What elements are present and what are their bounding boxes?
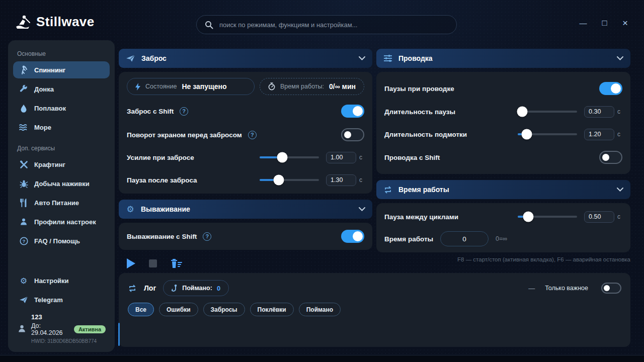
caught-label: Поймано: — [182, 285, 212, 292]
account-expires: До: 29.04.2026 — [31, 322, 70, 336]
retrieve-shift-label: Вываживание с Shift — [127, 233, 197, 240]
telegram-icon — [19, 295, 28, 304]
search-icon — [205, 21, 213, 29]
close-button[interactable]: × — [622, 18, 628, 28]
log-filter-errors[interactable]: Ошибки — [159, 303, 198, 316]
question-circle-icon: ? — [19, 236, 28, 245]
cycle-pause-input[interactable]: 0.50 — [584, 211, 614, 223]
log-filter-all[interactable]: Все — [128, 303, 154, 316]
cast-panel-title: Заброс — [141, 54, 353, 62]
sidebar-item-sea[interactable]: Море — [13, 119, 110, 136]
repeat-icon — [383, 186, 392, 194]
stop-button[interactable] — [149, 259, 157, 267]
account-username: 123 — [31, 313, 106, 321]
cycle-pause-slider[interactable] — [518, 216, 577, 218]
chevron-down-icon[interactable] — [617, 188, 623, 192]
cast-power-slider[interactable] — [260, 156, 319, 158]
cast-power-input[interactable]: 1.00 — [326, 152, 356, 163]
help-icon[interactable]: ? — [248, 131, 257, 139]
sidebar-item-telegram[interactable]: Telegram — [13, 291, 110, 308]
retrieve-shift-toggle[interactable] — [341, 230, 364, 243]
retrieve-panel-header[interactable]: ⚙ Вываживание — [119, 200, 372, 219]
sidebar-item-label: Море — [34, 124, 51, 131]
cast-rotate-toggle[interactable] — [341, 128, 364, 141]
chevron-down-icon[interactable] — [359, 207, 365, 211]
window-bottom-edge — [0, 355, 644, 362]
cast-card: Состояние Не запущено Время работы: 0/∞ … — [119, 72, 372, 194]
wrench-icon — [19, 84, 28, 94]
cast-power-label: Усилие при забросе — [127, 154, 194, 161]
waves-icon — [19, 123, 28, 132]
sidebar-item-label: Авто Питание — [34, 199, 79, 207]
help-icon[interactable]: ? — [203, 232, 211, 241]
log-filters: Все Ошибки Забросы Поклёвки Поймано — [128, 303, 621, 316]
chevron-down-icon[interactable] — [359, 56, 365, 60]
cast-pause-slider[interactable] — [260, 179, 319, 181]
log-filter-casts[interactable]: Забросы — [203, 303, 245, 316]
cast-shift-toggle[interactable] — [341, 105, 364, 118]
lure-panel-header[interactable]: Проводка — [376, 49, 630, 68]
droplet-icon — [19, 104, 28, 113]
important-only-label: Только важное — [545, 285, 588, 292]
minimize-button[interactable]: — — [580, 19, 587, 27]
sidebar-item-autofood[interactable]: Авто Питание — [13, 194, 110, 211]
maximize-button[interactable]: □ — [602, 19, 607, 27]
surfer-logo-icon — [14, 15, 31, 30]
runtime-input[interactable]: 0 — [440, 231, 489, 246]
chevron-down-icon[interactable] — [617, 56, 623, 60]
log-filter-bites[interactable]: Поклёвки — [250, 303, 294, 316]
lure-reel-len-slider[interactable] — [518, 133, 577, 135]
repeat-icon — [128, 285, 137, 292]
sidebar-item-spinning[interactable]: Спиннинг — [13, 61, 110, 78]
sidebar-section-main: Основные — [17, 50, 106, 57]
uptime-pill: Время работы: 0/∞ мин — [260, 78, 364, 95]
sidebar-item-label: Telegram — [34, 296, 63, 304]
sidebar-item-label: Добыча наживки — [34, 180, 90, 188]
sidebar-item-bait[interactable]: Добыча наживки — [13, 175, 110, 192]
cast-pause-input[interactable]: 1.30 — [326, 174, 356, 186]
lure-pause-len-input[interactable]: 0.30 — [584, 106, 614, 118]
lure-pauses-toggle[interactable] — [599, 82, 622, 95]
worktime-panel-header[interactable]: Время работы — [376, 180, 630, 199]
sidebar-item-crafting[interactable]: Крафтинг — [13, 156, 110, 173]
start-button[interactable] — [126, 258, 136, 269]
sidebar-item-label: Настройки — [34, 277, 69, 285]
clear-log-button[interactable] — [170, 258, 182, 268]
sidebar-item-settings[interactable]: ⚙ Настройки — [13, 272, 110, 289]
worktime-card: Пауза между циклами 0.50 с Время работы … — [376, 203, 630, 252]
sidebar-item-label: Профили настроек — [34, 218, 96, 226]
log-scroll-accent[interactable] — [118, 323, 120, 346]
sidebar-item-donka[interactable]: Донка — [13, 80, 110, 98]
cast-shift-label: Заброс с Shift — [127, 108, 174, 115]
search-input[interactable]: поиск по режимам, функциям и настройкам.… — [196, 15, 457, 34]
user-icon — [19, 217, 28, 226]
lure-shift-toggle[interactable] — [599, 151, 622, 164]
cycle-pause-label: Пауза между циклами — [384, 213, 458, 221]
cast-rotate-label: Поворот экраном перед забросом — [127, 131, 242, 139]
sidebar-item-float[interactable]: Поплавок — [13, 100, 110, 117]
sidebar-item-faq[interactable]: ? FAQ / Помощь — [13, 232, 110, 249]
uptime-value: 0/∞ мин — [329, 82, 356, 90]
cast-panel-header[interactable]: Заброс — [119, 49, 372, 68]
hotkeys-hint: F8 — старт/стоп (активная вкладка), F6 —… — [457, 256, 630, 262]
lure-pause-len-slider[interactable] — [518, 111, 577, 113]
runtime-label: Время работы — [384, 235, 433, 243]
important-only-toggle[interactable] — [601, 283, 621, 294]
unit-label: с — [617, 108, 622, 115]
account-avatar-icon — [17, 324, 26, 333]
sidebar-item-profiles[interactable]: Профили настроек — [13, 213, 110, 230]
lure-reel-len-input[interactable]: 1.20 — [584, 129, 614, 140]
account-hwid: HWID: 31B0D6BDB50BB774 — [31, 338, 106, 344]
sidebar-item-label: Поплавок — [34, 105, 66, 112]
log-filter-caught[interactable]: Поймано — [299, 303, 341, 316]
crossed-tools-icon — [19, 160, 28, 169]
gear-icon: ⚙ — [126, 205, 135, 214]
retrieve-card: Вываживание с Shift ? — [119, 223, 372, 250]
hook-icon — [172, 285, 178, 292]
help-icon[interactable]: ? — [180, 107, 188, 116]
search-placeholder: поиск по режимам, функциям и настройкам.… — [219, 21, 357, 29]
uptime-label: Время работы: — [280, 83, 324, 90]
sidebar-item-label: FAQ / Помощь — [34, 237, 80, 245]
sidebar-item-label: Крафтинг — [34, 161, 65, 168]
log-panel: Лог Поймано: 0 — Только важное Все Ошибк… — [119, 273, 630, 347]
